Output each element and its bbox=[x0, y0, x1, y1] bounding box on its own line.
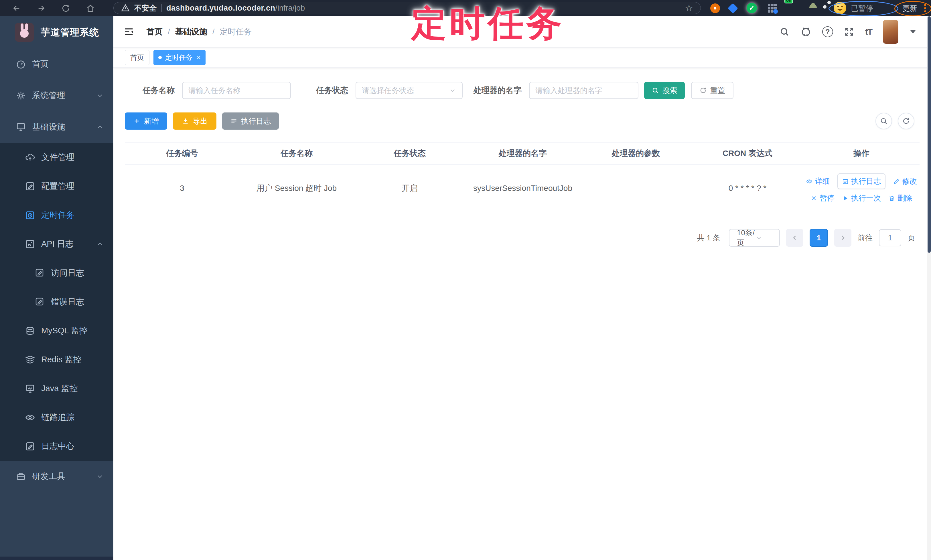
sidebar-item-label: 访问日志 bbox=[51, 267, 84, 279]
sidebar-item-label: 文件管理 bbox=[41, 152, 74, 163]
run-once-link[interactable]: 执行一次 bbox=[842, 193, 881, 203]
next-page-button[interactable] bbox=[834, 229, 851, 247]
sidebar-item-mysql[interactable]: MySQL 监控 bbox=[0, 316, 113, 345]
tags-view-bar: 首页 定时任务 × bbox=[113, 48, 931, 68]
sidebar-item-trace[interactable]: 链路追踪 bbox=[0, 403, 113, 432]
job-name-input[interactable] bbox=[182, 82, 291, 99]
database-icon bbox=[25, 325, 35, 336]
goto-page-input[interactable] bbox=[879, 229, 901, 246]
sidebar-item-job[interactable]: 定时任务 bbox=[0, 201, 113, 229]
sidebar-item-label: 定时任务 bbox=[41, 209, 74, 221]
tab-label: 定时任务 bbox=[165, 53, 193, 62]
page-scrollbar[interactable] bbox=[927, 16, 931, 560]
export-button[interactable]: 导出 bbox=[173, 112, 216, 130]
chevron-down-icon bbox=[96, 473, 104, 480]
search-button[interactable]: 搜索 bbox=[644, 82, 685, 99]
column-header: 任务状态 bbox=[354, 148, 466, 159]
url-path: /infra/job bbox=[275, 4, 305, 12]
browser-reload-icon[interactable] bbox=[61, 4, 71, 13]
extension-orange-icon[interactable] bbox=[710, 3, 720, 14]
execution-log-button[interactable]: 执行日志 bbox=[222, 112, 279, 130]
sidebar-item-infra[interactable]: 基础设施 bbox=[0, 111, 113, 143]
job-status-label: 任务状态 bbox=[316, 85, 348, 96]
browser-home-icon[interactable] bbox=[86, 4, 95, 13]
address-bar[interactable]: 不安全 dashboard.yudao.iocoder.cn/infra/job… bbox=[113, 2, 701, 14]
help-icon[interactable]: ? bbox=[822, 26, 833, 37]
page-unit-label: 页 bbox=[908, 233, 915, 243]
edit-square-icon bbox=[25, 181, 35, 192]
scrollbar-thumb[interactable] bbox=[928, 16, 931, 253]
toolbar: 新增 导出 执行日志 bbox=[125, 112, 920, 130]
job-status-select[interactable]: 请选择任务状态 bbox=[356, 82, 462, 99]
sidebar-item-log-center[interactable]: 日志中心 bbox=[0, 432, 113, 461]
table-tools bbox=[876, 113, 914, 129]
breadcrumb-separator: / bbox=[168, 27, 170, 36]
sidebar-item-system[interactable]: 系统管理 bbox=[0, 80, 113, 111]
cell-job-name: 用户 Session 超时 Job bbox=[239, 183, 354, 194]
app-logo[interactable]: 芋道管理系统 bbox=[0, 16, 113, 48]
handler-name-input[interactable] bbox=[529, 82, 638, 99]
breadcrumb-separator: / bbox=[213, 27, 215, 36]
sidebar-item-config[interactable]: 配置管理 bbox=[0, 172, 113, 201]
eye-icon bbox=[25, 412, 35, 423]
fullscreen-icon[interactable] bbox=[844, 27, 854, 37]
cell-operations: 详细 执行日志 修改 bbox=[803, 174, 920, 203]
font-size-icon[interactable]: tT bbox=[865, 27, 872, 37]
layers-icon bbox=[25, 354, 35, 365]
sidebar-item-devtools[interactable]: 研发工具 bbox=[0, 461, 113, 492]
bookmark-star-icon[interactable]: ☆ bbox=[685, 3, 693, 12]
sidebar-item-java[interactable]: Java 监控 bbox=[0, 374, 113, 403]
page-size-select[interactable]: 10条/页 bbox=[729, 229, 780, 247]
reset-button[interactable]: 重置 bbox=[691, 82, 734, 99]
user-avatar[interactable] bbox=[883, 20, 899, 44]
sidebar-item-error-log[interactable]: 错误日志 bbox=[0, 287, 113, 316]
monitor-icon bbox=[15, 122, 26, 132]
document-edit-icon bbox=[34, 268, 45, 278]
refresh-button[interactable] bbox=[898, 113, 914, 129]
browser-update-button[interactable]: 更新 bbox=[902, 4, 917, 12]
url-host: dashboard.yudao.iocoder.cn bbox=[166, 4, 275, 12]
pagination: 共 1 条 10条/页 1 前往 页 bbox=[125, 229, 920, 247]
add-button[interactable]: 新增 bbox=[125, 112, 167, 130]
sidebar-item-label: 系统管理 bbox=[32, 90, 65, 101]
extension-blue-icon[interactable] bbox=[728, 3, 738, 14]
sidebar-item-access-log[interactable]: 访问日志 bbox=[0, 258, 113, 287]
edit-link[interactable]: 修改 bbox=[893, 176, 917, 186]
job-log-link[interactable]: 执行日志 bbox=[837, 174, 885, 189]
extension-grid-icon[interactable] bbox=[768, 4, 777, 12]
profile-avatar-emoji[interactable] bbox=[834, 2, 846, 14]
sidebar-item-label: 错误日志 bbox=[51, 296, 84, 308]
pause-link[interactable]: 暂停 bbox=[811, 193, 834, 203]
tab-home[interactable]: 首页 bbox=[125, 50, 150, 65]
breadcrumb-infra[interactable]: 基础设施 bbox=[175, 26, 207, 37]
browser-menu-icon[interactable] bbox=[924, 3, 926, 14]
annotation-overlay-text: 定时任务 bbox=[411, 0, 564, 48]
detail-link[interactable]: 详细 bbox=[806, 176, 830, 186]
chevron-down-icon bbox=[96, 92, 104, 99]
tab-close-icon[interactable]: × bbox=[197, 54, 201, 61]
prev-page-button[interactable] bbox=[786, 229, 803, 247]
extension-person-icon[interactable] bbox=[808, 3, 809, 8]
sidebar-item-api-log[interactable]: API 日志 bbox=[0, 229, 113, 258]
breadcrumb-home[interactable]: 首页 bbox=[146, 26, 163, 37]
browser-back-icon[interactable] bbox=[12, 4, 21, 13]
sidebar-fold-icon[interactable] bbox=[123, 26, 134, 37]
sidebar-item-file[interactable]: 文件管理 bbox=[0, 143, 113, 172]
sidebar-item-redis[interactable]: Redis 监控 bbox=[0, 345, 113, 374]
delete-link[interactable]: 删除 bbox=[888, 193, 913, 203]
profile-paused-label: 已暂停 bbox=[851, 4, 873, 12]
page-number-1[interactable]: 1 bbox=[809, 229, 828, 247]
sidebar-item-label: MySQL 监控 bbox=[41, 325, 88, 337]
breadcrumb-current: 定时任务 bbox=[220, 26, 252, 37]
search-icon[interactable] bbox=[779, 27, 789, 37]
handler-name-label: 处理器的名字 bbox=[473, 85, 522, 96]
extension-green-check-icon[interactable]: ✓ bbox=[747, 3, 757, 13]
job-status-placeholder: 请选择任务状态 bbox=[362, 86, 449, 95]
toggle-search-button[interactable] bbox=[876, 113, 892, 129]
avatar-caret-icon[interactable] bbox=[910, 30, 916, 34]
browser-forward-icon[interactable] bbox=[37, 4, 46, 13]
tab-job[interactable]: 定时任务 × bbox=[153, 50, 205, 65]
github-icon[interactable] bbox=[800, 26, 811, 37]
extensions-puzzle-icon[interactable] bbox=[824, 3, 826, 8]
sidebar-item-home[interactable]: 首页 bbox=[0, 48, 113, 80]
